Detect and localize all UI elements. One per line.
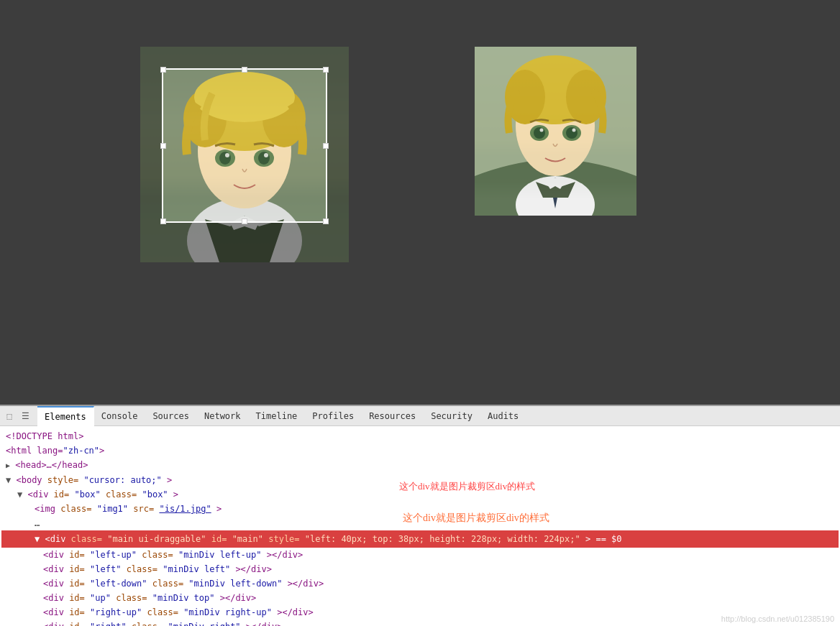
console-drawer-icon[interactable]: ☰ [19, 410, 32, 423]
devtools-panel: ⬚ ☰ Elements Console Sources Network Tim… [0, 405, 840, 626]
expand-arrow-body: ▼ [6, 475, 11, 485]
handle-middle-right[interactable] [323, 143, 329, 149]
code-line-left[interactable]: <div id= "left" class= "minDiv left" ></… [0, 562, 840, 576]
expand-arrow-head: ▶ [6, 461, 10, 469]
svg-point-24 [572, 129, 576, 132]
handle-bottom-middle[interactable] [242, 218, 247, 224]
svg-point-22 [566, 127, 578, 139]
code-line-up[interactable]: <div id= "up" class= "minDiv top" ></div… [0, 591, 840, 605]
tab-console[interactable]: Console [94, 406, 146, 426]
handle-bottom-right[interactable] [323, 218, 329, 224]
devtools-toolbar: ⬚ ☰ Elements Console Sources Network Tim… [0, 406, 840, 426]
code-line-right[interactable]: <div id= "right" class= "minDiv right" >… [0, 620, 840, 626]
tab-elements[interactable]: Elements [37, 406, 94, 426]
canvas-area [0, 0, 840, 405]
handle-bottom-left[interactable] [160, 218, 166, 224]
svg-point-21 [534, 127, 545, 139]
right-image-wrapper [475, 47, 636, 216]
code-line-doctype[interactable]: <!DOCTYPE html> [0, 429, 840, 443]
tab-timeline[interactable]: Timeline [249, 406, 306, 426]
handle-top-middle[interactable] [242, 67, 247, 73]
code-line-img[interactable]: <img class= "img1" src= "is/1.jpg" > [0, 502, 840, 516]
handle-top-right[interactable] [323, 67, 329, 73]
expand-arrow-box: ▼ [17, 489, 22, 500]
code-line-ellipsis[interactable]: … [0, 516, 840, 530]
handle-top-left[interactable] [160, 67, 166, 73]
code-line-left-up[interactable]: <div id= "left-up" class= "minDiv left-u… [0, 548, 840, 562]
code-line-left-down[interactable]: <div id= "left-down" class= "minDiv left… [0, 576, 840, 591]
toolbar-icons: ⬚ ☰ [3, 410, 32, 423]
tab-security[interactable]: Security [424, 406, 480, 426]
tab-sources[interactable]: Sources [145, 406, 197, 426]
svg-point-23 [540, 129, 544, 132]
code-line-body[interactable]: ▼ <body style= "cursor: auto;" > [0, 473, 840, 487]
right-image [475, 47, 636, 216]
tab-audits[interactable]: Audits [480, 406, 526, 426]
code-line-main-selected[interactable]: ▼ <div class= "main ui-draggable" id= "m… [1, 530, 839, 548]
handle-middle-left[interactable] [160, 143, 166, 149]
crop-overlay[interactable] [162, 68, 327, 223]
code-line-html[interactable]: <html lang="zh-cn"> [0, 443, 840, 458]
inspect-icon[interactable]: ⬚ [3, 410, 16, 423]
annotation-container: <div id= "left-up" class= "minDiv left-u… [0, 548, 840, 562]
code-line-head[interactable]: ▶ <head>…</head> [0, 458, 840, 473]
tab-network[interactable]: Network [197, 406, 249, 426]
tab-resources[interactable]: Resources [362, 406, 424, 426]
code-line-right-up[interactable]: <div id= "right-up" class= "minDiv right… [0, 605, 840, 620]
code-line-box[interactable]: ▼ <div id= "box" class= "box" > [0, 487, 840, 502]
left-image-wrapper [140, 47, 349, 262]
footer-url: http://blog.csdn.net/u012385190 [721, 615, 834, 623]
tab-profiles[interactable]: Profiles [305, 406, 362, 426]
devtools-content[interactable]: <!DOCTYPE html> <html lang="zh-cn"> ▶ <h… [0, 426, 840, 626]
